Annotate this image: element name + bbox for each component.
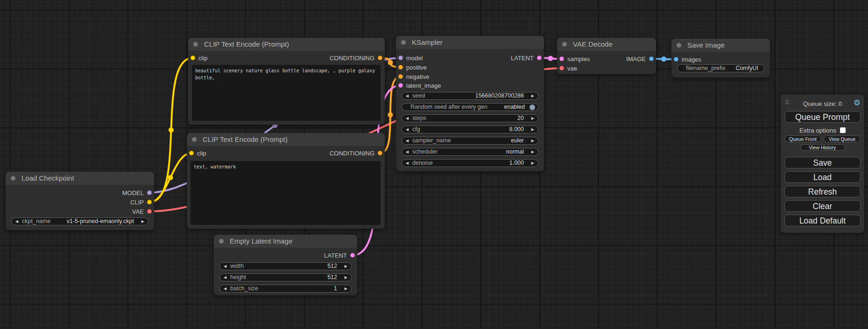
link-midpoint-dot-conditioning[interactable] bbox=[388, 60, 393, 65]
output-dot-image[interactable] bbox=[649, 56, 654, 61]
node-clip-encode-negative[interactable]: CLIP Text Encode (Prompt)clipCONDITIONIN… bbox=[187, 133, 385, 229]
input-dot-vae[interactable] bbox=[559, 66, 564, 70]
decrement-arrow-icon[interactable]: ◀ bbox=[224, 263, 226, 270]
decrement-arrow-icon[interactable]: ◀ bbox=[406, 160, 409, 167]
link-midpoint-dot-image[interactable] bbox=[661, 56, 666, 62]
increment-arrow-icon[interactable]: ▶ bbox=[531, 137, 534, 144]
collapse-dot[interactable] bbox=[11, 176, 15, 181]
queue-front-button[interactable]: Queue Front bbox=[784, 135, 821, 142]
extra-options-checkbox[interactable] bbox=[840, 127, 846, 133]
input-label: positive bbox=[406, 64, 427, 71]
save-button[interactable]: Save bbox=[784, 157, 861, 168]
settings-gear-icon[interactable]: ⚙ bbox=[854, 98, 861, 107]
decrement-arrow-icon[interactable]: ◀ bbox=[406, 126, 409, 133]
node-title-bar[interactable]: CLIP Text Encode (Prompt) bbox=[188, 38, 385, 51]
node-save-image[interactable]: Save Imageimagesfilename_prefixComfyUI bbox=[671, 39, 770, 77]
widget-cfg[interactable]: ◀▶cfg8.000 bbox=[402, 126, 538, 133]
output-dot-model[interactable] bbox=[147, 190, 152, 195]
node-title-bar[interactable]: Save Image bbox=[671, 39, 770, 52]
widget-label: filename_prefix bbox=[686, 65, 726, 72]
node-title-bar[interactable]: KSampler bbox=[396, 36, 544, 49]
decrement-arrow-icon[interactable]: ◀ bbox=[15, 218, 18, 225]
view-history-button[interactable]: View History bbox=[800, 144, 845, 151]
input-dot-clip[interactable] bbox=[191, 56, 195, 60]
widget-sampler-name[interactable]: ◀▶sampler_nameeuler bbox=[402, 137, 538, 145]
link-midpoint-dot-clip[interactable] bbox=[168, 175, 173, 180]
output-dot-conditioning[interactable] bbox=[378, 151, 382, 155]
link-midpoint-dot-conditioning[interactable] bbox=[388, 112, 393, 118]
widget-steps[interactable]: ◀▶steps20 bbox=[402, 114, 538, 122]
input-slot-latent-image: latent_image bbox=[398, 81, 441, 90]
increment-arrow-icon[interactable]: ▶ bbox=[531, 160, 534, 167]
view-queue-button[interactable]: View Queue bbox=[824, 135, 861, 142]
output-dot-latent[interactable] bbox=[350, 253, 355, 258]
queue-buttons-row: Queue Front View Queue bbox=[784, 135, 861, 142]
input-dot-latent-image[interactable] bbox=[398, 83, 403, 88]
input-dot-positive[interactable] bbox=[398, 65, 403, 70]
increment-arrow-icon[interactable]: ▶ bbox=[531, 115, 534, 122]
node-vae-decode[interactable]: VAE DecodesamplesvaeIMAGE bbox=[557, 38, 656, 74]
link-midpoint-dot-clip[interactable] bbox=[169, 127, 174, 133]
widget-seed[interactable]: ◀▶seed156680208700286 bbox=[402, 92, 538, 100]
collapse-dot[interactable] bbox=[562, 42, 567, 47]
toggle-knob[interactable] bbox=[529, 105, 535, 110]
link-midpoint-dot-latent[interactable] bbox=[548, 56, 553, 61]
decrement-arrow-icon[interactable]: ◀ bbox=[406, 115, 409, 122]
prompt-textarea[interactable]: beautiful scenery nature glass bottle la… bbox=[192, 65, 381, 121]
output-dot-clip[interactable] bbox=[147, 200, 152, 204]
load-button[interactable]: Load bbox=[784, 171, 861, 183]
increment-arrow-icon[interactable]: ▶ bbox=[141, 218, 144, 225]
widget-filename-prefix[interactable]: filename_prefixComfyUI bbox=[677, 64, 764, 72]
drag-handle-icon[interactable]: ⠿ bbox=[785, 99, 790, 106]
collapse-dot[interactable] bbox=[401, 40, 406, 45]
widget-label: denoise bbox=[412, 160, 433, 167]
node-clip-encode-positive[interactable]: CLIP Text Encode (Prompt)clipCONDITIONIN… bbox=[188, 38, 385, 125]
input-dot-clip[interactable] bbox=[189, 151, 194, 155]
decrement-arrow-icon[interactable]: ◀ bbox=[224, 285, 226, 292]
input-dot-negative[interactable] bbox=[398, 74, 403, 79]
input-dot-model[interactable] bbox=[398, 56, 403, 60]
widget-height[interactable]: ◀▶height512 bbox=[219, 273, 352, 281]
node-graph-canvas[interactable]: Load CheckpointMODELCLIPVAE◀▶ckpt_namev1… bbox=[0, 0, 868, 329]
decrement-arrow-icon[interactable]: ◀ bbox=[406, 148, 409, 155]
collapse-dot[interactable] bbox=[677, 43, 681, 48]
increment-arrow-icon[interactable]: ▶ bbox=[345, 285, 347, 292]
increment-arrow-icon[interactable]: ▶ bbox=[345, 274, 347, 281]
widget-scheduler[interactable]: ◀▶schedulernormal bbox=[402, 148, 538, 156]
input-dot-samples[interactable] bbox=[559, 56, 564, 61]
increment-arrow-icon[interactable]: ▶ bbox=[345, 263, 347, 270]
widget-width[interactable]: ◀▶width512 bbox=[219, 262, 352, 270]
node-ksampler[interactable]: KSamplermodelpositivenegativelatent_imag… bbox=[396, 36, 544, 171]
output-dot-latent[interactable] bbox=[537, 56, 542, 60]
load-default-button[interactable]: Load Default bbox=[784, 215, 861, 226]
output-dot-conditioning[interactable] bbox=[378, 56, 382, 60]
output-dot-vae[interactable] bbox=[147, 209, 152, 214]
collapse-dot[interactable] bbox=[192, 137, 197, 142]
decrement-arrow-icon[interactable]: ◀ bbox=[406, 137, 409, 144]
widget-ckpt-name[interactable]: ◀▶ckpt_namev1-5-pruned-emaonly.ckpt bbox=[11, 217, 148, 225]
collapse-dot[interactable] bbox=[219, 239, 224, 244]
clear-button[interactable]: Clear bbox=[784, 200, 861, 212]
increment-arrow-icon[interactable]: ▶ bbox=[531, 92, 534, 99]
output-label: CLIP bbox=[130, 199, 144, 206]
widget-value: ComfyUI bbox=[735, 65, 758, 72]
input-dot-images[interactable] bbox=[674, 57, 678, 62]
increment-arrow-icon[interactable]: ▶ bbox=[531, 126, 534, 133]
decrement-arrow-icon[interactable]: ◀ bbox=[224, 274, 226, 281]
node-title-bar[interactable]: Empty Latent Image bbox=[214, 235, 357, 248]
node-load-checkpoint[interactable]: Load CheckpointMODELCLIPVAE◀▶ckpt_namev1… bbox=[6, 172, 154, 230]
decrement-arrow-icon[interactable]: ◀ bbox=[406, 92, 409, 99]
node-title-bar[interactable]: VAE Decode bbox=[557, 38, 656, 51]
node-title-bar[interactable]: CLIP Text Encode (Prompt) bbox=[187, 133, 385, 146]
widget-random-seed-after-every-gen[interactable]: Random seed after every genenabled bbox=[402, 103, 538, 111]
refresh-button[interactable]: Refresh bbox=[784, 186, 861, 197]
increment-arrow-icon[interactable]: ▶ bbox=[531, 148, 534, 155]
node-title-bar[interactable]: Load Checkpoint bbox=[6, 172, 154, 185]
prompt-textarea[interactable]: text, watermark bbox=[191, 161, 381, 225]
collapse-dot[interactable] bbox=[193, 42, 198, 47]
widget-denoise[interactable]: ◀▶denoise1.000 bbox=[402, 159, 538, 167]
widget-batch-size[interactable]: ◀▶batch_size1 bbox=[219, 285, 352, 293]
queue-prompt-button[interactable]: Queue Prompt bbox=[784, 111, 861, 123]
node-empty-latent[interactable]: Empty Latent ImageLATENT◀▶width512◀▶heig… bbox=[214, 235, 357, 295]
widget-value: enabled bbox=[504, 104, 525, 111]
